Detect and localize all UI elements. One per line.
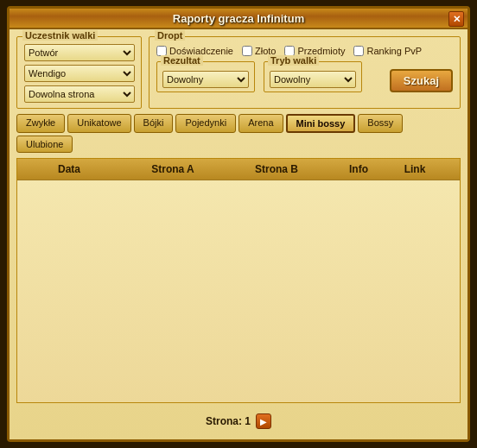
uczestnik-side-select[interactable]: Dowolna strona Strona A Strona B: [24, 85, 135, 103]
close-button[interactable]: ✕: [448, 11, 464, 27]
tab-pojedynki[interactable]: Pojedynki: [175, 114, 236, 133]
uczestnik-legend: Uczestnik walki: [22, 30, 98, 41]
tab-bossy[interactable]: Bossy: [358, 114, 403, 133]
window-title: Raporty gracza Infinitum: [173, 12, 304, 25]
table-area: Data Strona A Strona B Info Link: [16, 158, 461, 403]
tryb-panel: Tryb walki Dowolny PvE PvP: [264, 61, 362, 92]
page-nav-button[interactable]: ▶: [256, 413, 271, 429]
checkbox-ranking[interactable]: Ranking PvP: [353, 46, 422, 56]
tab-unikatowe[interactable]: Unikatowe: [67, 114, 130, 133]
tab-arena[interactable]: Arena: [238, 114, 283, 133]
col-strona-a: Strona A: [121, 161, 225, 177]
col-strona-b: Strona B: [225, 161, 328, 177]
col-link: Link: [389, 161, 441, 177]
tryb-select[interactable]: Dowolny PvE PvP: [270, 71, 356, 88]
dropt-panel: Dropt Doświadczenie Złoto Przedmioty: [149, 36, 461, 109]
tab-bojki[interactable]: Bójki: [134, 114, 174, 133]
uczestnik-name-select[interactable]: Wendigo: [24, 65, 135, 82]
tab-zwykle[interactable]: Zwykłe: [16, 114, 65, 133]
tab-ulubione[interactable]: Ulubione: [16, 136, 73, 153]
table-body: [17, 180, 460, 402]
uczestnik-panel: Uczestnik walki Potwór Gracz Wendigo Dow…: [16, 36, 142, 109]
tryb-legend: Tryb walki: [268, 55, 319, 66]
rezultat-select[interactable]: Dowolny Wygrana Przegrana Remis: [162, 71, 249, 88]
title-bar: Raporty gracza Infinitum ✕: [10, 9, 467, 29]
search-button[interactable]: Szukaj: [390, 69, 453, 92]
tab-mini-bossy[interactable]: Mini bossy: [286, 114, 356, 133]
footer: Strona: 1 ▶: [16, 408, 461, 432]
top-row: Uczestnik walki Potwór Gracz Wendigo Dow…: [16, 36, 461, 109]
tabs-row: Zwykłe Unikatowe Bójki Pojedynki Arena M…: [16, 114, 461, 153]
col-info: Info: [328, 161, 389, 177]
result-search-row: Rezultat Dowolny Wygrana Przegrana Remis…: [156, 61, 453, 92]
rezultat-legend: Rezultat: [161, 55, 203, 66]
content-area: Uczestnik walki Potwór Gracz Wendigo Dow…: [10, 29, 467, 439]
uczestnik-type-select[interactable]: Potwór Gracz: [24, 44, 135, 61]
dropt-legend: Dropt: [155, 30, 185, 41]
checkbox-zloto-input[interactable]: [242, 46, 252, 56]
checkbox-ranking-label: Ranking PvP: [366, 46, 422, 56]
col-data: Data: [17, 161, 121, 177]
main-window: Raporty gracza Infinitum ✕ Uczestnik wal…: [7, 6, 470, 442]
table-header: Data Strona A Strona B Info Link: [17, 159, 460, 180]
checkbox-ranking-input[interactable]: [353, 46, 364, 56]
page-label: Strona: 1: [206, 415, 251, 427]
rezultat-panel: Rezultat Dowolny Wygrana Przegrana Remis: [156, 61, 255, 92]
